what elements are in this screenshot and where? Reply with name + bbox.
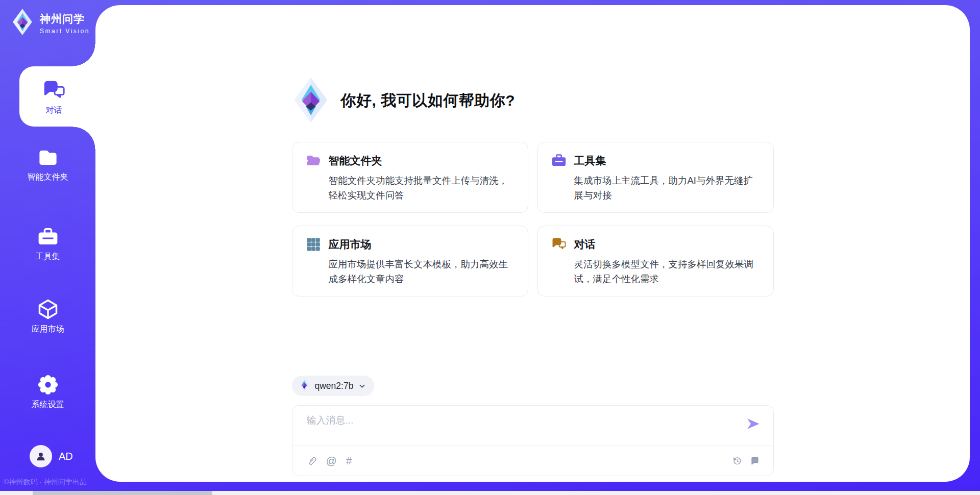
brand: 神州问学 Smart Vision — [11, 8, 90, 38]
avatar — [30, 445, 52, 467]
feature-cards: 智能文件夹 智能文件夹功能支持批量文件上传与清洗，轻松实现文件问答 工具集 — [292, 142, 774, 296]
copyright-text: ©神州数码 · 神州问学出品 — [4, 478, 87, 487]
sidebar-item-label: 系统设置 — [32, 401, 64, 409]
chat-icon — [42, 79, 66, 103]
model-name: qwen2:7b — [315, 381, 354, 391]
card-title: 工具集 — [574, 154, 606, 168]
folder-icon — [37, 147, 59, 168]
paperclip-icon[interactable] — [307, 455, 317, 466]
user-chip[interactable]: AD — [30, 445, 73, 467]
sidebar: 神州问学 Smart Vision 对话 — [0, 0, 95, 495]
sidebar-item-toolset[interactable]: 工具集 — [0, 227, 95, 261]
brand-subtitle: Smart Vision — [40, 28, 90, 35]
cube-icon — [37, 298, 59, 320]
sidebar-item-smart-folder[interactable]: 智能文件夹 — [0, 147, 95, 181]
card-toolset[interactable]: 工具集 集成市场上主流工具，助力AI与外界无缝扩展与对接 — [537, 142, 774, 213]
brand-title: 神州问学 — [40, 12, 90, 26]
card-title: 应用市场 — [329, 237, 372, 252]
sidebar-item-label: 工具集 — [36, 253, 60, 261]
assistant-logo-icon — [292, 77, 330, 126]
hash-icon[interactable]: # — [346, 455, 352, 466]
gear-icon — [37, 374, 59, 396]
composer-toolbar: @ # — [307, 445, 760, 476]
main-panel: 你好, 我可以如何帮助你? 智能文件夹 智能文件夹功能支持批量文件上传与清洗，轻… — [95, 5, 970, 482]
sidebar-item-chat[interactable]: 对话 — [19, 66, 95, 127]
card-title: 对话 — [574, 237, 596, 252]
card-description: 集成市场上主流工具，助力AI与外界无缝扩展与对接 — [574, 173, 760, 203]
sidebar-item-label: 应用市场 — [32, 325, 64, 333]
send-icon[interactable] — [746, 416, 761, 431]
brand-logo-icon — [11, 8, 34, 38]
horizontal-scrollbar — [0, 491, 980, 495]
card-app-market[interactable]: 应用市场 应用市场提供丰富长文本模板，助力高效生成多样化文章内容 — [292, 226, 528, 296]
sidebar-item-settings[interactable]: 系统设置 — [0, 374, 95, 409]
sidebar-item-app-market[interactable]: 应用市场 — [0, 298, 95, 333]
history-icon[interactable] — [732, 456, 742, 466]
at-icon[interactable]: @ — [326, 455, 337, 466]
chat-icon — [551, 237, 567, 252]
model-selector[interactable]: qwen2:7b — [292, 376, 375, 396]
sidebar-item-label: 智能文件夹 — [28, 173, 68, 181]
card-chat[interactable]: 对话 灵活切换多模型文件，支持多样回复效果调试，满足个性化需求 — [537, 226, 774, 296]
sidebar-item-label: 对话 — [46, 106, 62, 114]
user-initials: AD — [59, 451, 73, 462]
model-logo-icon — [299, 378, 310, 394]
card-description: 灵活切换多模型文件，支持多样回复效果调试，满足个性化需求 — [574, 257, 760, 286]
card-title: 智能文件夹 — [329, 154, 382, 168]
briefcase-icon — [37, 227, 59, 248]
folder-open-icon — [306, 153, 321, 168]
message-input[interactable] — [307, 414, 732, 440]
greeting-block: 你好, 我可以如何帮助你? — [292, 77, 774, 125]
composer: @ # — [292, 405, 774, 476]
grid-icon — [306, 237, 321, 252]
card-description: 智能文件夹功能支持批量文件上传与清洗，轻松实现文件问答 — [329, 173, 514, 203]
card-smart-folder[interactable]: 智能文件夹 智能文件夹功能支持批量文件上传与清洗，轻松实现文件问答 — [292, 142, 528, 213]
chevron-down-icon — [358, 382, 366, 390]
card-description: 应用市场提供丰富长文本模板，助力高效生成多样化文章内容 — [329, 257, 514, 286]
chat-bubble-icon[interactable] — [750, 456, 760, 466]
greeting-title: 你好, 我可以如何帮助你? — [341, 90, 516, 111]
horizontal-scrollbar-thumb[interactable] — [33, 491, 212, 495]
briefcase-icon — [551, 153, 567, 168]
app-window: 神州问学 Smart Vision 对话 — [0, 0, 980, 495]
